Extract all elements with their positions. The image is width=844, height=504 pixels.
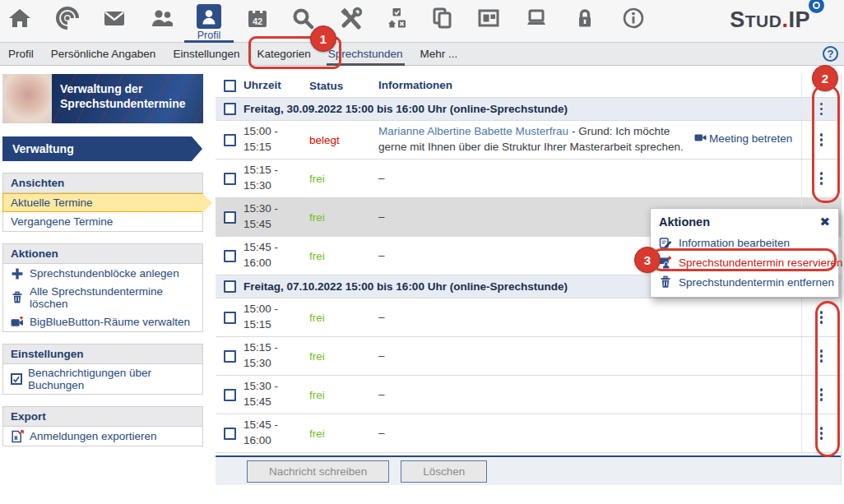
status-badge: frei: [309, 250, 378, 262]
subnav-item-einstellungen[interactable]: Einstellungen: [173, 48, 239, 60]
sidebar-widget-aktionen: Aktionen Sprechstundenblöcke anlegen All…: [2, 243, 203, 332]
profile-icon[interactable]: [197, 4, 221, 29]
tools-icon[interactable]: [340, 7, 363, 30]
widget-header: Einstellungen: [3, 344, 202, 364]
help-icon[interactable]: ?: [823, 46, 838, 62]
status-badge: frei: [309, 312, 378, 324]
row-checkbox[interactable]: [224, 250, 236, 262]
annotation-outline-row-actions-bottom: [815, 301, 840, 457]
logo-swirl-icon: [809, 0, 824, 13]
sidebar-setting-benachrichtigungen[interactable]: Benachrichtigungen über Buchungen: [3, 364, 202, 394]
table-footer: Nachricht schreiben Löschen: [216, 455, 841, 485]
whats-new-icon[interactable]: [56, 7, 79, 30]
table-row: 15:15 - 15:30 frei –: [216, 337, 841, 376]
subnav-item-profil[interactable]: Profil: [8, 48, 34, 60]
annotation-outline-row-actions-top: [812, 85, 840, 203]
svg-text:42: 42: [253, 16, 262, 26]
group-checkbox[interactable]: [224, 103, 236, 115]
row-checkbox[interactable]: [224, 211, 236, 224]
profile-tab-label: Profil: [184, 30, 234, 41]
questionnaires-icon[interactable]: [385, 7, 408, 30]
annotation-outline-reservieren-item: [651, 248, 837, 271]
home-icon[interactable]: [8, 7, 31, 30]
delete-button[interactable]: Löschen: [401, 460, 487, 483]
status-badge: frei: [309, 389, 378, 401]
popup-title: Aktionen: [659, 215, 710, 229]
annotation-step-1: 1: [310, 25, 336, 52]
status-badge: belegt: [309, 134, 378, 146]
sidebar-widget-ansichten: Ansichten Aktuelle Termine Vergangene Te…: [2, 173, 203, 232]
sidebar-widget-einstellungen: Einstellungen Benachrichtigungen über Bu…: [2, 344, 203, 395]
widget-header: Aktionen: [3, 244, 202, 264]
group-checkbox[interactable]: [224, 280, 236, 293]
trash-icon: [659, 275, 672, 289]
sidebar: Verwaltung der Sprechstundentermine Verw…: [2, 74, 203, 446]
row-checkbox[interactable]: [224, 428, 236, 440]
table-row: 15:45 - 16:00 frei –: [216, 414, 841, 453]
table-header-row: Uhrzeit Status Informationen: [216, 74, 841, 98]
info-icon[interactable]: [622, 7, 645, 30]
export-icon: [11, 430, 24, 443]
group-header-row: Freitag, 30.09.2022 15:00 bis 16:00 Uhr …: [216, 98, 841, 121]
video-camera-icon: [694, 132, 707, 149]
sidebar-widget-export: Export Anmeldungen exportieren: [2, 406, 203, 446]
popup-item-information-bearbeiten[interactable]: Information bearbeiten: [659, 236, 830, 249]
page-title: Verwaltung der Sprechstundentermine: [52, 74, 203, 123]
row-checkbox[interactable]: [224, 389, 236, 401]
status-badge: frei: [309, 350, 378, 363]
join-meeting-link[interactable]: Meeting betreten: [694, 132, 801, 149]
trash-icon: [11, 291, 24, 304]
profile-subnav: Profil Persönliche Angaben Einstellungen…: [0, 43, 844, 66]
checkbox-checked-icon[interactable]: [11, 373, 22, 385]
table-row: 15:00 - 15:15 frei –: [216, 298, 841, 337]
avatar: [2, 74, 52, 123]
sidebar-action-bbb-raeume[interactable]: BigBlueButton-Räume verwalten: [3, 312, 202, 331]
widget-header: Export: [3, 407, 202, 427]
row-checkbox[interactable]: [224, 312, 236, 324]
status-badge: frei: [309, 428, 378, 440]
table-row: 15:30 - 15:45 frei –: [216, 376, 841, 414]
table-row: 15:00 - 15:15 belegt Marianne Albertine …: [216, 121, 841, 160]
meeting-icon: [11, 316, 24, 329]
row-checkbox[interactable]: [224, 350, 236, 363]
status-badge: frei: [309, 173, 378, 185]
sidebar-export-anmeldungen[interactable]: Anmeldungen exportieren: [3, 427, 202, 446]
sidebar-item-aktuelle-termine[interactable]: Aktuelle Termine: [2, 193, 203, 212]
community-icon[interactable]: [151, 7, 174, 30]
files-icon[interactable]: [430, 7, 453, 30]
lock-icon[interactable]: [573, 7, 596, 30]
messages-icon[interactable]: [103, 7, 126, 30]
subnav-item-mehr[interactable]: Mehr ...: [420, 48, 458, 60]
person-link[interactable]: Marianne Albertine Babette Musterfrau: [378, 125, 568, 137]
select-all-checkbox[interactable]: [224, 80, 236, 92]
sidebar-item-vergangene-termine[interactable]: Vergangene Termine: [3, 212, 202, 231]
planner-icon[interactable]: 42: [246, 7, 269, 30]
studip-logo: STUD.IP: [730, 7, 826, 33]
top-navigation-bar: Profil 42 STUD.IP: [0, 0, 844, 43]
table-row: 15:15 - 15:30 frei –: [216, 160, 841, 198]
search-icon[interactable]: [291, 7, 314, 30]
popup-item-termin-entfernen[interactable]: Sprechstundentermin entfernen: [659, 275, 830, 289]
row-checkbox[interactable]: [224, 134, 236, 146]
status-badge: frei: [309, 211, 378, 224]
bulletin-board-icon[interactable]: [477, 7, 500, 30]
edit-icon: [659, 236, 672, 249]
sidebar-action-bloecke-anlegen[interactable]: Sprechstundenblöcke anlegen: [3, 264, 202, 283]
widget-header: Ansichten: [3, 173, 202, 193]
sidebar-action-alle-loeschen[interactable]: Alle Sprechstundentermine löschen: [3, 283, 202, 312]
write-message-button[interactable]: Nachricht schreiben: [247, 460, 389, 483]
courseware-icon[interactable]: [525, 7, 548, 30]
close-icon[interactable]: ✖: [819, 215, 830, 229]
plus-icon: [11, 267, 24, 280]
row-checkbox[interactable]: [224, 173, 236, 185]
subnav-item-persoenliche-angaben[interactable]: Persönliche Angaben: [51, 48, 156, 60]
sidebar-nav-banner: Verwaltung: [2, 136, 192, 161]
